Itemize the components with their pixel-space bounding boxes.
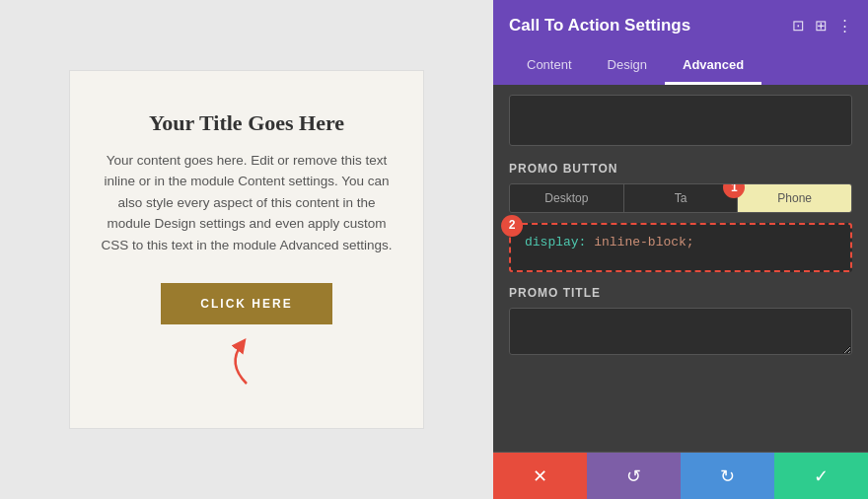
settings-panel: Call To Action Settings ⊡ ⊞ ⋮ Content De… [493, 0, 868, 499]
settings-header: Call To Action Settings ⊡ ⊞ ⋮ Content De… [493, 0, 868, 85]
cancel-button[interactable]: ✕ [493, 453, 587, 499]
header-icons: ⊡ ⊞ ⋮ [792, 17, 852, 35]
sub-tab-phone[interactable]: Phone [738, 184, 851, 212]
promo-button-label: Promo Button [509, 162, 852, 176]
cta-button[interactable]: CLICK HERE [161, 283, 331, 324]
tab-design[interactable]: Design [590, 47, 665, 85]
tab-content[interactable]: Content [509, 47, 590, 85]
tabs-row: Content Design Advanced [509, 47, 852, 85]
settings-content: Promo Button Desktop Ta 1 Phone 2 displa… [493, 85, 868, 452]
redo-button[interactable]: ↻ [681, 453, 774, 499]
responsive-icon[interactable]: ⊡ [792, 17, 805, 35]
arrow-indicator [100, 334, 394, 389]
tab-advanced[interactable]: Advanced [665, 47, 761, 85]
sub-tab-tablet[interactable]: Ta 1 [624, 184, 739, 212]
css-editor[interactable]: 2 display: inline-block; [509, 223, 852, 272]
cta-button-wrapper: CLICK HERE [161, 283, 331, 324]
save-button[interactable]: ✓ [774, 453, 868, 499]
arrow-svg [217, 334, 276, 389]
sub-tabs-row: Desktop Ta 1 Phone [509, 183, 852, 213]
module-title: Your Title Goes Here [100, 110, 394, 136]
css-property: display: [525, 235, 594, 250]
sub-tab-desktop[interactable]: Desktop [510, 184, 624, 212]
bottom-toolbar: ✕ ↺ ↻ ✓ [493, 452, 868, 499]
preview-area: Your Title Goes Here Your content goes h… [0, 0, 493, 499]
top-textarea-section [493, 95, 868, 150]
module-body: Your content goes here. Edit or remove t… [100, 150, 394, 256]
promo-title-label: Promo Title [509, 286, 852, 300]
step-badge-2: 2 [501, 215, 523, 237]
settings-title: Call To Action Settings [509, 16, 690, 36]
top-textarea[interactable] [509, 95, 852, 146]
promo-title-field[interactable] [509, 308, 852, 355]
more-icon[interactable]: ⋮ [837, 17, 852, 35]
undo-button[interactable]: ↺ [587, 453, 681, 499]
module-card: Your Title Goes Here Your content goes h… [69, 70, 424, 430]
layout-icon[interactable]: ⊞ [815, 17, 828, 35]
settings-title-row: Call To Action Settings ⊡ ⊞ ⋮ [509, 16, 852, 36]
css-value: inline-block; [594, 235, 693, 250]
